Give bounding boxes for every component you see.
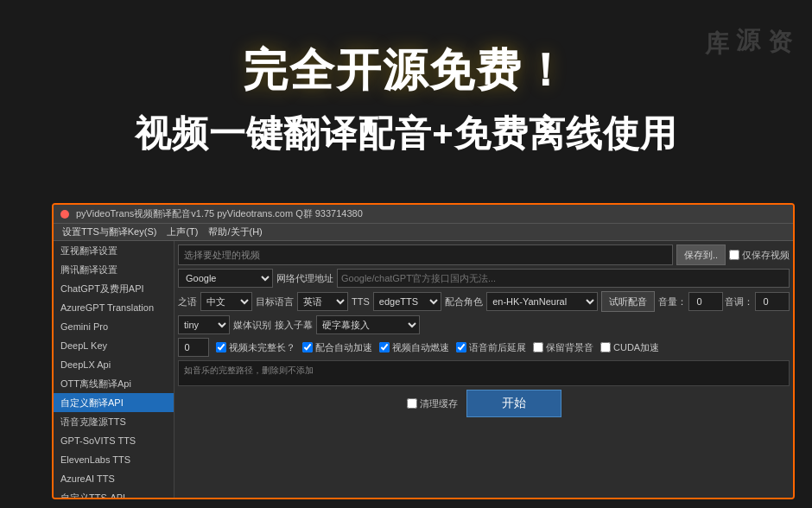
window-close-dot[interactable] — [60, 210, 69, 219]
only-save-video-checkbox[interactable] — [729, 250, 739, 260]
sidebar-item-azureai[interactable]: AzureAI TTS — [54, 469, 174, 488]
sidebar-item-custom-tts[interactable]: 自定义TTS-API — [54, 488, 174, 498]
tts-select[interactable]: edgeTTS — [373, 292, 441, 311]
sidebar-item-voice-clone[interactable]: 语音克隆源TTS — [54, 412, 174, 431]
frame-input[interactable] — [178, 338, 209, 357]
options-row: 视频未完整长？ 配合自动加速 视频自动燃速 语音前后延展 保留背景音 — [178, 338, 790, 357]
role-label: 配合角色 — [445, 295, 483, 308]
target-lang-label: 目标语言 — [256, 295, 294, 308]
toolbar-row: 选择要处理的视频 保存到.. 仅保存视频 — [178, 244, 790, 265]
sidebar-item-elevenlabs[interactable]: ElevenLabs TTS — [54, 450, 174, 469]
input-label: 接入子幕 — [275, 319, 313, 332]
pitch-input[interactable] — [755, 292, 790, 311]
target-lang-select[interactable]: 英语 — [297, 292, 349, 311]
try-voice-button[interactable]: 试听配音 — [601, 291, 655, 312]
log-area: 如音乐的完整路径，删除则不添加 — [178, 360, 790, 386]
save-button[interactable]: 保存到.. — [676, 244, 726, 265]
network-label: 网络代理地址 — [276, 272, 333, 285]
hero-title2: 视频一键翻译配音+免费离线使用 — [135, 110, 677, 158]
opt1-label: 视频未完整长？ — [216, 341, 295, 354]
menu-help[interactable]: 帮助/关于(H) — [203, 225, 267, 238]
hero-title1: 完全开源免费！ — [243, 41, 569, 101]
sidebar-item-deepl[interactable]: DeepL Key — [54, 336, 174, 355]
tts-label: TTS — [352, 296, 370, 307]
volume-label: 音量： — [658, 295, 687, 308]
opt2-checkbox[interactable] — [302, 342, 313, 352]
sidebar-item-amazon[interactable]: 亚视翻译设置 — [54, 241, 174, 260]
opt3-label: 视频自动燃速 — [379, 341, 449, 354]
sidebar-item-deeplx[interactable]: DeepLX Api — [54, 355, 174, 374]
model-row: tiny 媒体识别 接入子幕 硬字幕接入 — [178, 315, 790, 334]
menu-bar: 设置TTS与翻译Key(S) 上声(T) 帮助/关于(H) — [54, 224, 793, 241]
hero-section: 完全开源免费！ 视频一键翻译配音+免费离线使用 资 源 库 — [0, 0, 812, 199]
only-save-video-label: 仅保存视频 — [729, 249, 790, 262]
sidebar: 亚视翻译设置 腾讯翻译设置 ChatGPT及费用API AzureGPT Tra… — [54, 241, 174, 498]
volume-row: 音量： 音调： — [658, 292, 790, 311]
model-select[interactable]: tiny — [178, 315, 230, 334]
clear-cache-checkbox[interactable] — [407, 398, 417, 409]
source-lang-select[interactable]: 中文 — [200, 292, 252, 311]
file-placeholder: 选择要处理的视频 — [184, 249, 260, 262]
opt1-checkbox[interactable] — [216, 342, 226, 352]
menu-voice[interactable]: 上声(T) — [162, 225, 203, 238]
title-bar: pyVideoTrans视频翻译配音v1.75 pyVideotrans.com… — [54, 205, 793, 224]
opt2-label: 配合自动加速 — [302, 341, 372, 354]
sidebar-item-gpt-sovits[interactable]: GPT-SoVITS TTS — [54, 431, 174, 450]
content-area: 选择要处理的视频 保存到.. 仅保存视频 Google 网络代理地址 之语 — [174, 241, 793, 498]
sidebar-item-custom-trans[interactable]: 自定义翻译API — [54, 393, 174, 412]
opt6-checkbox[interactable] — [600, 342, 611, 352]
window-title: pyVideoTrans视频翻译配音v1.75 pyVideotrans.com… — [76, 207, 363, 220]
input-select[interactable]: 硬字幕接入 — [316, 315, 420, 334]
opt4-label: 语音前后延展 — [456, 341, 526, 354]
sidebar-item-chatgpt[interactable]: ChatGPT及费用API — [54, 279, 174, 298]
pitch-label: 音调： — [725, 295, 753, 308]
role-select[interactable]: en-HK-YanNeural — [486, 292, 598, 311]
opt3-checkbox[interactable] — [379, 342, 390, 352]
app-window: pyVideoTrans视频翻译配音v1.75 pyVideotrans.com… — [52, 203, 795, 499]
translation-row: 之语 中文 目标语言 英语 TTS edgeTTS 配合角色 en-HK-Yan… — [178, 291, 790, 312]
opt5-label: 保留背景音 — [533, 341, 593, 354]
sidebar-item-azuregpt[interactable]: AzureGPT Translation — [54, 298, 174, 317]
volume-input[interactable] — [688, 292, 723, 311]
opt4-checkbox[interactable] — [456, 342, 466, 352]
network-row: Google 网络代理地址 — [178, 269, 790, 288]
start-button[interactable]: 开始 — [466, 390, 561, 417]
menu-settings[interactable]: 设置TTS与翻译Key(S) — [57, 225, 162, 238]
opt6-label: CUDA加速 — [600, 341, 659, 354]
source-lang-label: 之语 — [178, 295, 197, 308]
file-input-area[interactable]: 选择要处理的视频 — [178, 244, 673, 265]
main-layout: 亚视翻译设置 腾讯翻译设置 ChatGPT及费用API AzureGPT Tra… — [54, 241, 793, 498]
sidebar-item-ott[interactable]: OTT离线翻译Api — [54, 374, 174, 393]
log-placeholder: 如音乐的完整路径，删除则不添加 — [184, 365, 314, 375]
bottom-row: 清理缓存 开始 — [178, 390, 790, 417]
sidebar-item-gemini[interactable]: Gemini Pro — [54, 317, 174, 336]
recognition-label: 媒体识别 — [233, 319, 271, 332]
search-engine-select[interactable]: Google — [178, 269, 273, 288]
proxy-input[interactable] — [337, 269, 790, 288]
clear-cache-label: 清理缓存 — [407, 397, 458, 410]
sidebar-item-tencent[interactable]: 腾讯翻译设置 — [54, 260, 174, 279]
opt5-checkbox[interactable] — [533, 342, 543, 352]
